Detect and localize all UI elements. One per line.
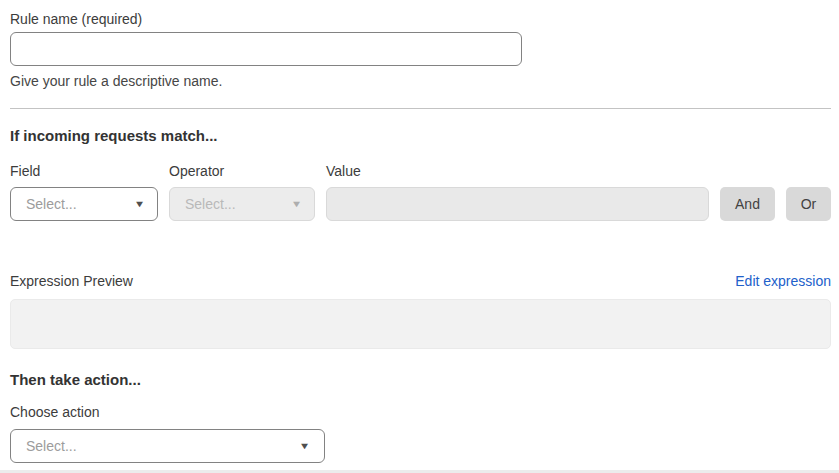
operator-select: Select... ▼ (169, 187, 315, 221)
operator-label: Operator (169, 162, 315, 180)
chevron-down-icon: ▼ (299, 441, 311, 451)
field-select-value: Select... (26, 196, 77, 212)
chevron-down-icon: ▼ (291, 199, 303, 209)
section-divider (10, 108, 831, 109)
rule-name-section: Rule name (required) Give your rule a de… (10, 0, 831, 90)
expression-preview-box (10, 299, 831, 349)
or-button[interactable]: Or (786, 187, 831, 221)
choose-action-select-value: Select... (26, 438, 77, 454)
rule-name-help-text: Give your rule a descriptive name. (10, 72, 831, 90)
rule-name-label: Rule name (required) (10, 10, 831, 28)
and-button[interactable]: And (720, 187, 775, 221)
value-label: Value (326, 162, 709, 180)
match-section-heading: If incoming requests match... (10, 126, 831, 146)
choose-action-select[interactable]: Select... ▼ (10, 429, 325, 463)
chevron-down-icon: ▼ (134, 199, 146, 209)
edit-expression-link[interactable]: Edit expression (735, 273, 831, 289)
expression-preview-label: Expression Preview (10, 272, 133, 290)
rule-name-input[interactable] (10, 32, 522, 66)
expression-preview-header: Expression Preview Edit expression (10, 272, 831, 290)
value-input (326, 187, 709, 221)
firewall-rule-form: Rule name (required) Give your rule a de… (0, 0, 839, 473)
field-label: Field (10, 162, 158, 180)
choose-action-label: Choose action (10, 403, 831, 421)
operator-column: Operator Select... ▼ (169, 162, 315, 221)
condition-row: Field Select... ▼ Operator Select... ▼ V… (10, 162, 831, 221)
operator-select-value: Select... (185, 196, 236, 212)
field-select[interactable]: Select... ▼ (10, 187, 158, 221)
field-column: Field Select... ▼ (10, 162, 158, 221)
action-section-heading: Then take action... (10, 370, 831, 390)
value-column: Value (326, 162, 709, 221)
